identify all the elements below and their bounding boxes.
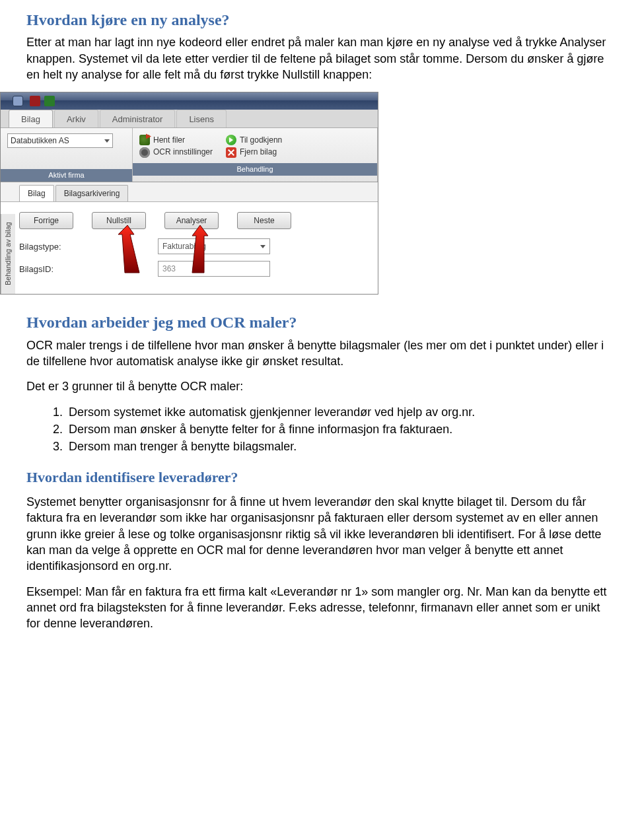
identify-paragraph-2: Eksempel: Man får en faktura fra ett fir… [26,584,608,632]
ribbon-group-aktivt-firma: Aktivt firma [1,169,132,182]
ribbon-tab-arkiv[interactable]: Arkiv [54,110,98,128]
action-ocr-label: OCR innstillinger [153,147,213,157]
ribbon-tab-bilag[interactable]: Bilag [9,110,53,128]
button-forrige[interactable]: Forrige [19,212,73,229]
ribbon-tabstrip: Bilag Arkiv Administrator Lisens [1,110,378,128]
action-hent-filer[interactable]: Hent filer [139,135,213,145]
svg-marker-1 [192,225,208,273]
delete-icon [226,147,236,158]
titlebar-icon [13,96,23,106]
reasons-list: 1.Dersom systemet ikke automatisk gjenkj… [53,404,608,455]
intro-paragraph: Etter at man har lagt inn nye kodeord el… [26,34,608,83]
identify-paragraph-1: Systemet benytter organisasjonsnr for å … [26,494,608,574]
heading-run-analysis: Hvordan kjøre en ny analyse? [26,9,608,30]
company-dropdown[interactable]: Databutikken AS [7,133,113,148]
action-hent-label: Hent filer [153,135,185,145]
app-screenshot: Behandling av bilag Bilag Arkiv Administ… [0,92,378,295]
arrow-annotation-analyser [172,221,232,281]
ocr-paragraph: OCR maler trengs i de tilfellene hvor ma… [26,337,608,370]
list-item: Dersom man trenger å benytte bilagsmaler… [69,440,297,453]
action-ocr-innstillinger[interactable]: OCR innstillinger [139,147,213,157]
subtab-bilag[interactable]: Bilag [19,185,54,201]
titlebar-close-icon [30,96,40,106]
heading-ocr-maler: Hvordan arbeider jeg med OCR maler? [26,312,608,333]
sub-tabstrip: Bilag Bilagsarkivering [1,182,378,202]
chevron-down-icon [104,139,110,143]
arrow-annotation-nullstill [93,221,153,281]
ocr-reasons-intro: Det er 3 grunner til å benytte OCR maler… [26,378,608,394]
action-fjern-label: Fjern bilag [240,147,277,157]
company-name: Databutikken AS [11,135,69,146]
ribbon-tab-administrator[interactable]: Administrator [100,110,176,128]
list-item: Dersom systemet ikke automatisk gjenkjen… [69,405,475,419]
chevron-down-icon [260,245,265,248]
ribbon-group-behandling: Behandling [133,163,377,176]
button-neste[interactable]: Neste [237,212,291,229]
heading-identifisere-leverandor: Hvordan identifisere leveradører? [26,468,608,487]
refresh-icon [139,135,150,145]
action-godkjenn-label: Til godkjenn [240,135,282,145]
arrow-right-circle-icon [226,135,236,145]
ribbon-tab-lisens[interactable]: Lisens [176,110,227,128]
window-titlebar [1,92,378,110]
form-panel: Forrige Nullstill Analyser Neste Bilagst… [1,202,378,294]
list-item: Dersom man ønsker å benytte felter for å… [69,423,452,436]
svg-marker-0 [118,225,139,273]
ribbon-body: Databutikken AS Aktivt firma Hent filer … [1,128,378,182]
action-til-godkjenn[interactable]: Til godkjenn [226,135,282,145]
action-fjern-bilag[interactable]: Fjern bilag [226,147,282,157]
side-panel-label: Behandling av bilag [1,214,15,294]
gear-icon [139,147,150,158]
subtab-bilagsarkivering[interactable]: Bilagsarkivering [55,185,129,201]
titlebar-ok-icon [44,96,55,106]
